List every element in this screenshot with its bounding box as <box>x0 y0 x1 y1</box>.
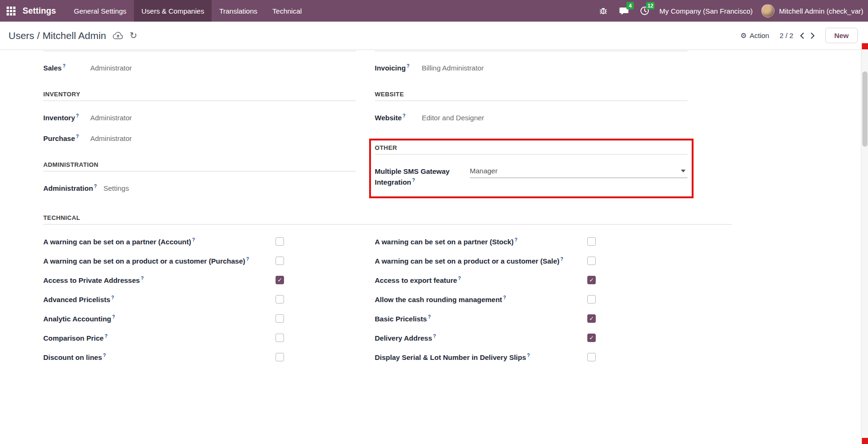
field-label: Multiple SMS Gateway Integration? <box>375 166 470 188</box>
option-warning-partner-stock: A warning can be set on a partner (Stock… <box>375 232 596 251</box>
discard-refresh-icon[interactable]: ↻ <box>130 30 137 41</box>
activities-clock-icon[interactable]: 12 <box>639 5 651 17</box>
pager-previous-icon[interactable] <box>800 32 804 39</box>
field-label: Purchase? <box>43 134 90 142</box>
option-cash-rounding: Allow the cash rounding management? <box>375 290 596 309</box>
checkbox[interactable] <box>587 314 596 323</box>
help-icon: ? <box>428 314 431 319</box>
checkbox[interactable] <box>587 276 596 284</box>
help-icon: ? <box>433 334 436 339</box>
company-switcher[interactable]: My Company (San Francisco) <box>659 7 752 15</box>
checkbox[interactable] <box>587 334 596 342</box>
checkbox[interactable] <box>276 314 284 323</box>
field-label: Invoicing? <box>375 63 422 72</box>
field-value[interactable]: Administrator <box>90 134 132 142</box>
activities-badge: 12 <box>646 2 655 9</box>
checkbox[interactable] <box>587 257 596 265</box>
option-warning-partner-account: A warning can be set on a partner (Accou… <box>43 232 284 251</box>
option-comparison-price: Comparison Price? <box>43 328 284 348</box>
checkbox[interactable] <box>587 295 596 304</box>
user-form: Sales? Administrator INVENTORY Inventory… <box>0 50 732 367</box>
help-icon: ? <box>63 63 65 69</box>
access-rights-right-column: Invoicing? Billing Administrator WEBSITE… <box>375 51 687 198</box>
section-title: OTHER <box>375 144 687 155</box>
checkbox[interactable] <box>276 353 284 361</box>
menu-item-translations[interactable]: Translations <box>212 0 265 22</box>
section-title: TECHNICAL <box>43 214 732 225</box>
menu-item-technical[interactable]: Technical <box>265 0 309 22</box>
help-icon: ? <box>412 178 415 183</box>
section-technical: TECHNICAL A warning can be set on a part… <box>43 214 732 367</box>
top-navbar: Settings General Settings Users & Compan… <box>0 0 868 22</box>
option-export-feature: Access to export feature? <box>375 271 596 290</box>
field-value[interactable]: Settings <box>103 184 129 192</box>
help-icon: ? <box>407 63 410 69</box>
help-icon: ? <box>503 295 506 300</box>
field-value[interactable]: Editor and Designer <box>422 114 484 122</box>
chevron-down-icon <box>681 170 686 172</box>
checkbox[interactable] <box>276 257 284 265</box>
section-title: INVENTORY <box>43 91 356 101</box>
new-button[interactable]: New <box>825 28 858 43</box>
checkbox[interactable] <box>276 276 284 284</box>
help-icon: ? <box>141 276 143 281</box>
section-title: ADMINISTRATION <box>43 161 356 171</box>
section-inventory: INVENTORY Inventory? Administrator Purch… <box>43 91 356 142</box>
field-label: Sales? <box>43 63 90 72</box>
debug-bug-icon[interactable] <box>597 5 609 17</box>
option-analytic-accounting: Analytic Accounting? <box>43 309 284 328</box>
scrollbar-thumb[interactable] <box>862 71 868 147</box>
help-icon: ? <box>246 257 249 262</box>
help-icon: ? <box>76 134 79 139</box>
field-value[interactable]: Administrator <box>90 64 132 72</box>
gear-icon: ⚙ <box>741 31 747 40</box>
scrollbar-top-mark <box>862 43 868 49</box>
apps-grid-icon[interactable] <box>0 0 22 22</box>
breadcrumb-separator: / <box>37 30 40 41</box>
breadcrumb: Users / Mitchell Admin ↻ <box>8 30 137 41</box>
checkbox[interactable] <box>587 237 596 246</box>
avatar[interactable] <box>761 4 774 17</box>
option-advanced-pricelists: Advanced Pricelists? <box>43 290 284 309</box>
help-icon: ? <box>560 257 563 262</box>
messages-icon[interactable]: 4 <box>618 5 630 17</box>
option-discount-on-lines: Discount on lines? <box>43 348 284 367</box>
menu-item-users-companies[interactable]: Users & Companies <box>134 0 212 22</box>
field-inventory: Inventory? Administrator <box>43 113 356 122</box>
technical-left-column: A warning can be set on a partner (Accou… <box>43 232 356 367</box>
selected-option: Manager <box>470 167 681 175</box>
breadcrumb-current: Mitchell Admin <box>42 30 106 41</box>
checkbox[interactable] <box>276 334 284 342</box>
checkbox[interactable] <box>276 295 284 304</box>
app-name[interactable]: Settings <box>22 0 66 22</box>
field-label: Website? <box>375 113 422 122</box>
field-label: Administration? <box>43 184 103 192</box>
help-icon: ? <box>112 314 115 319</box>
scrollbar-bottom-mark <box>862 438 868 444</box>
field-value[interactable]: Billing Administrator <box>422 64 484 72</box>
help-icon: ? <box>192 237 195 242</box>
field-value[interactable]: Administrator <box>90 114 132 122</box>
user-menu[interactable]: Mitchell Admin (check_var) <box>779 7 863 15</box>
section-title: WEBSITE <box>375 91 687 101</box>
sms-gateway-select[interactable]: Manager <box>470 167 687 178</box>
option-private-addresses: Access to Private Addresses? <box>43 271 284 290</box>
checkbox[interactable] <box>276 237 284 246</box>
vertical-scrollbar[interactable] <box>861 43 868 444</box>
checkbox[interactable] <box>587 353 596 361</box>
pager-next-icon[interactable] <box>811 32 815 39</box>
action-menu-button[interactable]: ⚙ Action <box>741 31 769 40</box>
field-purchase: Purchase? Administrator <box>43 134 356 142</box>
section-other-highlighted: OTHER Multiple SMS Gateway Integration? … <box>369 139 694 198</box>
help-icon: ? <box>111 295 114 300</box>
help-icon: ? <box>104 334 107 339</box>
main-menu: General Settings Users & Companies Trans… <box>66 0 309 22</box>
help-icon: ? <box>103 353 106 358</box>
breadcrumb-parent[interactable]: Users <box>8 30 34 41</box>
help-icon: ? <box>76 113 79 118</box>
field-multiple-sms-gateway: Multiple SMS Gateway Integration? Manage… <box>375 166 687 188</box>
field-sales: Sales? Administrator <box>43 63 356 72</box>
save-cloud-icon[interactable] <box>113 31 123 39</box>
option-warning-product-purchase: A warning can be set on a product or a c… <box>43 251 284 271</box>
menu-item-general-settings[interactable]: General Settings <box>66 0 134 22</box>
